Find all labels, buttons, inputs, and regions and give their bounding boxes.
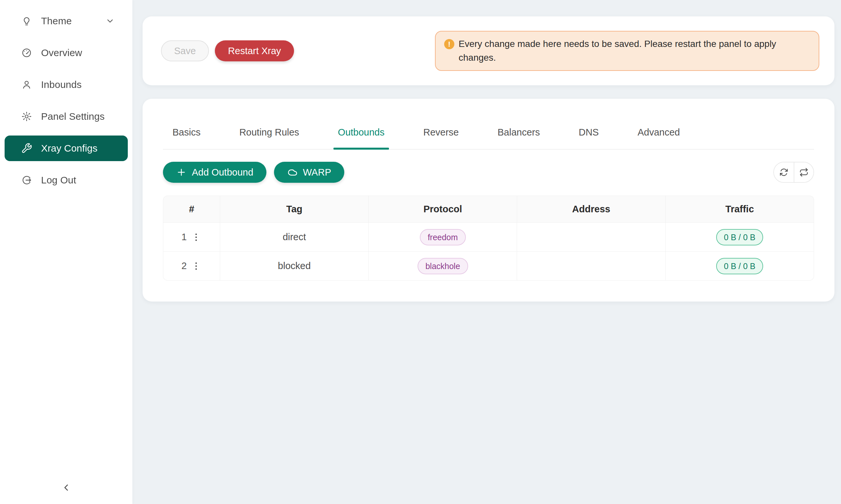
logout-icon [21, 175, 32, 186]
row-menu-button[interactable] [191, 232, 202, 243]
row-menu-button[interactable] [191, 260, 202, 272]
add-outbound-label: Add Outbound [192, 167, 253, 178]
row-index: 1 [181, 232, 187, 242]
save-button[interactable]: Save [161, 40, 209, 61]
main-content: Save Restart Xray ! Every change made he… [132, 0, 841, 302]
refresh-icon [779, 167, 789, 177]
protocol-badge: freedom [420, 229, 466, 246]
warning-icon: ! [444, 39, 454, 49]
xray-configs-wrench-icon [21, 143, 32, 154]
sidebar-collapse-button[interactable] [58, 480, 74, 496]
tab-outbounds[interactable]: Outbounds [338, 108, 385, 149]
sidebar-nav: Theme Overview [0, 0, 132, 193]
tab-balancers[interactable]: Balancers [497, 108, 540, 149]
tab-basics[interactable]: Basics [172, 108, 201, 149]
cloud-icon [287, 167, 298, 178]
alert-text: Every change made here needs to be saved… [459, 39, 776, 63]
tab-dns[interactable]: DNS [579, 108, 599, 149]
table-row: 2 blocked blackhole [163, 252, 814, 281]
tab-advanced[interactable]: Advanced [638, 108, 680, 149]
toolbar-card: Save Restart Xray ! Every change made he… [142, 16, 835, 85]
row-address [517, 252, 666, 281]
sidebar-item-xray-configs[interactable]: Xray Configs [5, 136, 128, 161]
sidebar-item-inbounds[interactable]: Inbounds [5, 72, 128, 97]
sidebar-item-label: Overview [41, 47, 82, 58]
table-tools-group [773, 162, 814, 183]
repeat-button[interactable] [794, 162, 813, 182]
sidebar: Theme Overview [0, 0, 132, 504]
plus-icon [176, 167, 187, 178]
sidebar-item-label: Theme [41, 15, 72, 26]
row-tag: direct [220, 223, 368, 252]
overview-gauge-icon [21, 47, 32, 58]
sidebar-item-label: Xray Configs [41, 143, 98, 154]
restart-warning-alert: ! Every change made here needs to be sav… [435, 31, 819, 71]
panel-settings-gear-icon [21, 111, 32, 122]
col-header-traffic: Traffic [666, 196, 814, 223]
repeat-icon [799, 167, 809, 177]
sidebar-item-label: Log Out [41, 175, 76, 186]
warp-label: WARP [303, 167, 331, 178]
vertical-dots-icon [191, 232, 202, 243]
tab-routing-rules[interactable]: Routing Rules [239, 108, 299, 149]
protocol-badge: blackhole [417, 258, 468, 274]
inbounds-user-icon [21, 79, 32, 90]
table-header-row: # Tag Protocol Address Traffic [163, 196, 814, 223]
traffic-badge: 0 B / 0 B [716, 229, 763, 246]
refresh-button[interactable] [774, 162, 794, 182]
row-tag: blocked [220, 252, 368, 281]
xray-configs-card: Basics Routing Rules Outbounds Reverse B… [142, 99, 835, 302]
sidebar-item-theme[interactable]: Theme [5, 8, 128, 34]
vertical-dots-icon [191, 260, 202, 272]
row-index: 2 [181, 260, 187, 271]
col-header-index: # [163, 196, 220, 223]
col-header-tag: Tag [220, 196, 368, 223]
chevron-left-icon [61, 482, 72, 493]
row-address [517, 223, 666, 252]
outbounds-actions: Add Outbound WARP [163, 162, 814, 183]
add-outbound-button[interactable]: Add Outbound [163, 162, 267, 183]
restart-xray-button[interactable]: Restart Xray [215, 40, 294, 61]
sidebar-item-overview[interactable]: Overview [5, 40, 128, 66]
table-row: 1 direct freedom [163, 223, 814, 252]
sidebar-item-panel-settings[interactable]: Panel Settings [5, 104, 128, 129]
sidebar-item-label: Inbounds [41, 79, 82, 90]
col-header-protocol: Protocol [368, 196, 517, 223]
config-tabs: Basics Routing Rules Outbounds Reverse B… [163, 108, 814, 150]
chevron-down-icon [105, 16, 115, 25]
sidebar-item-label: Panel Settings [41, 111, 104, 122]
traffic-badge: 0 B / 0 B [716, 258, 763, 274]
warp-button[interactable]: WARP [274, 162, 344, 183]
theme-bulb-icon [21, 15, 32, 26]
col-header-address: Address [517, 196, 666, 223]
outbounds-table: # Tag Protocol Address Traffic 1 [163, 196, 814, 281]
tab-reverse[interactable]: Reverse [423, 108, 459, 149]
sidebar-item-logout[interactable]: Log Out [5, 167, 128, 193]
